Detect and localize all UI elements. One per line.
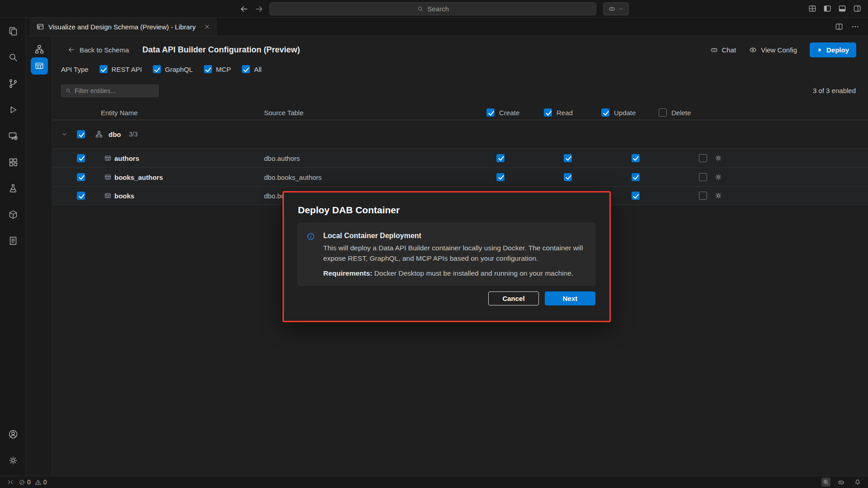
enabled-count-label: 3 of 3 enabled <box>813 87 856 94</box>
rest-api-checkbox[interactable] <box>99 65 108 73</box>
column-delete: Delete <box>671 109 691 117</box>
all-label: All <box>254 66 262 73</box>
run-debug-icon[interactable] <box>2 99 24 121</box>
testing-beaker-icon[interactable] <box>2 178 24 199</box>
row-select-checkbox[interactable] <box>77 173 85 181</box>
toggle-panel-icon[interactable] <box>838 4 847 13</box>
create-all-checkbox[interactable] <box>486 108 495 117</box>
update-all-checkbox[interactable] <box>601 108 609 117</box>
split-editor-icon[interactable] <box>835 22 844 31</box>
zoom-status-icon[interactable] <box>821 478 830 487</box>
chat-button[interactable]: Chat <box>710 46 736 54</box>
search-view-icon[interactable] <box>2 47 24 68</box>
all-checkbox[interactable] <box>242 65 250 73</box>
view-config-button[interactable]: View Config <box>749 46 797 54</box>
tab-close-icon[interactable] <box>203 23 211 30</box>
remote-explorer-icon[interactable] <box>2 125 24 147</box>
api-option-mcp[interactable]: MCP <box>204 65 231 73</box>
schema-icon <box>95 130 103 138</box>
tab-label: Visualize and Design Schema (Preview) - … <box>48 23 199 31</box>
accounts-icon[interactable] <box>2 423 24 445</box>
group-select-checkbox[interactable] <box>77 130 85 138</box>
toggle-primary-sidebar-icon[interactable] <box>823 4 832 13</box>
search-placeholder: Search <box>427 5 449 13</box>
update-checkbox[interactable] <box>632 173 640 181</box>
update-checkbox[interactable] <box>632 192 640 200</box>
create-checkbox[interactable] <box>496 154 505 162</box>
eye-icon <box>749 46 757 54</box>
requirements-line: Requirements: Docker Desktop must be ins… <box>323 269 585 277</box>
create-checkbox[interactable] <box>496 173 505 181</box>
warnings-icon <box>35 479 42 486</box>
copilot-menu-button[interactable] <box>603 2 629 15</box>
api-option-graphql[interactable]: GraphQL <box>153 65 193 73</box>
table-icon <box>104 173 112 181</box>
source-control-icon[interactable] <box>2 73 24 94</box>
navigate-back-icon[interactable] <box>239 4 249 14</box>
delete-checkbox[interactable] <box>699 154 707 162</box>
settings-gear-icon[interactable] <box>2 450 24 471</box>
package-cube-icon[interactable] <box>2 204 24 225</box>
filter-entities-input[interactable] <box>61 84 159 97</box>
schema-group-row: dbo 3/3 <box>52 125 868 143</box>
copilot-chat-icon <box>710 46 718 54</box>
notifications-bell-icon[interactable] <box>852 479 863 486</box>
group-count: 3/3 <box>129 131 137 138</box>
next-button[interactable]: Next <box>545 291 595 305</box>
filter-entities-field[interactable] <box>75 87 155 94</box>
extensions-icon[interactable] <box>2 151 24 173</box>
toggle-secondary-sidebar-icon[interactable] <box>853 4 862 13</box>
copilot-status-icon[interactable] <box>835 479 847 486</box>
read-checkbox[interactable] <box>564 173 572 181</box>
notebook-report-icon[interactable] <box>2 230 24 252</box>
column-source-table: Source Table <box>264 109 303 117</box>
tab-visualize-design-schema[interactable]: Visualize and Design Schema (Preview) - … <box>30 18 217 36</box>
row-select-checkbox[interactable] <box>77 154 85 162</box>
entity-name: books <box>114 192 134 200</box>
row-settings-gear-icon[interactable] <box>714 154 722 162</box>
column-entity-name: Entity Name <box>101 109 138 117</box>
remote-indicator[interactable] <box>5 476 16 488</box>
more-actions-icon[interactable] <box>851 22 860 31</box>
navigate-forward-icon[interactable] <box>254 4 264 14</box>
rest-api-label: REST API <box>112 66 142 73</box>
mcp-checkbox[interactable] <box>204 65 212 73</box>
delete-checkbox[interactable] <box>699 192 707 200</box>
explorer-copy-icon[interactable] <box>2 20 24 42</box>
api-type-label: API Type <box>61 66 89 73</box>
api-option-rest[interactable]: REST API <box>99 65 142 73</box>
info-icon <box>307 232 315 241</box>
entity-name: authors <box>114 154 139 162</box>
delete-all-checkbox[interactable] <box>659 108 667 117</box>
deploy-button[interactable]: Deploy <box>810 42 856 57</box>
status-bar: 0 0 <box>0 476 868 488</box>
read-checkbox[interactable] <box>564 154 572 162</box>
info-heading: Local Container Deployment <box>323 232 421 240</box>
group-name: dbo <box>108 131 121 138</box>
update-checkbox[interactable] <box>632 154 640 162</box>
command-center-search[interactable]: Search <box>269 2 596 15</box>
row-settings-gear-icon[interactable] <box>714 173 722 181</box>
api-option-all[interactable]: All <box>242 65 262 73</box>
delete-checkbox[interactable] <box>699 173 707 181</box>
arrow-left-icon <box>67 46 75 54</box>
warnings-count: 0 <box>43 479 47 486</box>
problems-indicator[interactable]: 0 0 <box>16 476 49 488</box>
chevron-down-icon <box>618 6 624 12</box>
read-all-checkbox[interactable] <box>544 108 552 117</box>
table-icon <box>104 154 112 162</box>
schema-table-icon <box>36 23 44 31</box>
schema-hierarchy-icon[interactable] <box>34 44 45 55</box>
dab-config-tool-selected[interactable] <box>31 57 48 75</box>
row-settings-gear-icon[interactable] <box>714 192 722 200</box>
customize-layout-icon[interactable] <box>808 4 817 13</box>
table-icon <box>104 192 112 200</box>
back-to-schema-button[interactable]: Back to Schema <box>67 41 129 59</box>
cancel-button[interactable]: Cancel <box>488 291 539 305</box>
row-select-checkbox[interactable] <box>77 192 85 200</box>
mcp-label: MCP <box>216 66 231 73</box>
graphql-checkbox[interactable] <box>153 65 161 73</box>
column-update: Update <box>614 109 636 117</box>
designer-toolbar-strip <box>26 36 52 476</box>
group-collapse-chevron-icon[interactable] <box>61 131 68 138</box>
